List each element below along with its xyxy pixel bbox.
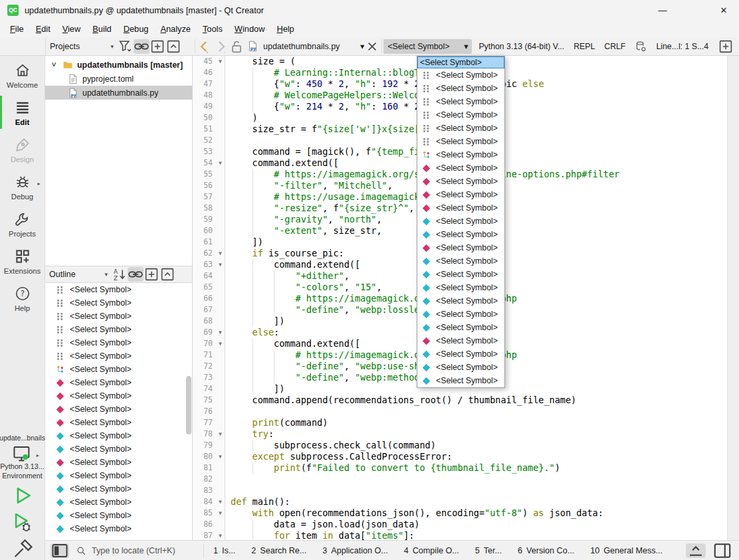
outline-item[interactable]: <Select Symbol> [45,363,192,376]
menu-edit[interactable]: Edit [30,22,56,36]
symbol-dropdown-item[interactable]: <Select Symbol> [417,268,504,281]
tree-row[interactable]: ˅updatethumbnails [master] [45,58,192,72]
tree-row[interactable]: pyproject.toml [45,72,192,86]
symbol-dropdown-item[interactable]: <Select Symbol> [417,161,504,175]
chevron-down-icon[interactable]: ˅ [49,60,58,70]
code-line[interactable]: 81 print(f"Failed to convert to {thumbna… [193,462,728,474]
split-editor-icon[interactable] [718,39,734,54]
menu-help[interactable]: Help [270,22,300,36]
toggle-right-sidebar-button[interactable] [712,543,732,558]
outline-item[interactable]: <Select Symbol> [45,296,192,310]
symbol-dropdown-item[interactable]: <Select Symbol> [417,361,504,374]
symbol-dropdown-item[interactable]: <Select Symbol> [417,82,504,95]
build-button[interactable] [11,537,34,559]
fold-marker-icon[interactable]: ▼ [216,248,225,259]
fold-marker-icon[interactable]: ▼ [216,56,225,67]
output-pane-button-6[interactable]: 6Version Co... [518,546,574,555]
menu-analyze[interactable]: Analyze [154,22,197,36]
symbol-dropdown-item[interactable]: <Select Symbol> [417,228,504,241]
symbol-dropdown-item[interactable]: <Select Symbol> [417,321,504,334]
sidebar-item-projects[interactable]: Projects [0,206,45,242]
outline-item[interactable]: <Select Symbol> [45,336,192,349]
symbol-dropdown-item[interactable]: <Select Symbol> [417,201,504,215]
symbol-dropdown-item[interactable]: <Select Symbol> [417,347,504,361]
code-line[interactable]: 79 subprocess.check_call(command) [193,440,728,451]
symbol-dropdown-item[interactable]: <Select Symbol> [417,108,504,122]
symbol-dropdown-item[interactable]: <Select Symbol> [417,68,504,82]
outline-item[interactable]: <Select Symbol> [45,310,192,323]
symbol-dropdown-item[interactable]: <Select Symbol> [417,241,504,254]
sidebar-item-welcome[interactable]: Welcome [0,57,45,93]
output-pane-button-2[interactable]: 2Search Re... [251,546,306,555]
tree-row[interactable]: pyupdatethumbnails.py [45,86,192,100]
fold-marker-icon[interactable]: ▼ [216,259,225,270]
sidebar-item-debug[interactable]: Debug▸ [0,169,45,205]
output-pane-button-4[interactable]: 4Compile O... [404,546,459,555]
minimize-button[interactable]: — [647,0,678,20]
code-line[interactable]: 76 [193,406,728,417]
output-pane-button-1[interactable]: 1Is... [213,546,235,555]
menu-window[interactable]: Window [229,22,271,36]
symbol-dropdown-item[interactable]: <Select Symbol> [417,175,504,188]
maximize-button[interactable] [678,0,708,20]
fold-marker-icon[interactable]: ▼ [216,530,225,540]
symbol-dropdown-item[interactable]: <Select Symbol> [417,254,504,268]
outline-item[interactable]: <Select Symbol> [45,522,192,535]
toggle-left-sidebar-button[interactable] [51,543,69,558]
outline-item[interactable]: <Select Symbol> [45,496,192,509]
menu-file[interactable]: File [4,22,30,36]
outline-item[interactable]: <Select Symbol> [45,416,192,429]
outline-item[interactable]: <Select Symbol> [45,283,192,296]
open-document-combo[interactable]: py updatethumbnails.py ▾ [245,41,364,52]
outline-item[interactable]: <Select Symbol> [45,509,192,522]
code-line[interactable]: 86 data = json.load(json_data) [193,519,728,530]
fold-marker-icon[interactable]: ▼ [216,508,225,519]
outline-item[interactable]: <Select Symbol> [45,469,192,482]
symbol-dropdown-item[interactable]: <Select Symbol> [417,374,504,387]
repl-button[interactable]: REPL [574,42,595,51]
symbol-dropdown-item[interactable]: <Select Symbol> [417,188,504,201]
menu-tools[interactable]: Tools [197,22,229,36]
split-panel-icon[interactable] [150,39,165,54]
debug-run-button[interactable] [11,511,34,533]
back-icon[interactable] [197,39,213,54]
menu-debug[interactable]: Debug [118,22,155,36]
sync-with-editor-icon[interactable] [134,39,150,54]
outline-item[interactable]: <Select Symbol> [45,389,192,403]
encoding-icon[interactable] [635,41,647,52]
code-line[interactable]: 83 [193,485,728,496]
code-line[interactable]: 78▼ try: [193,428,728,440]
sort-alphabetically-icon[interactable]: AZ [112,267,128,282]
collapse-panel-icon[interactable] [165,39,181,54]
code-line[interactable]: 87▼ for item in data["items"]: [193,530,728,540]
outline-item[interactable]: <Select Symbol> [45,429,192,442]
locator-input[interactable]: Type to locate (Ctrl+K) [76,545,199,556]
outline-item[interactable]: <Select Symbol> [45,323,192,336]
outline-item[interactable]: <Select Symbol> [45,456,192,469]
python-version-button[interactable]: Python 3.13 (64-bit) V... [478,42,564,51]
outline-pane-combo[interactable]: Outline ▾ [45,268,112,280]
split-panel-icon[interactable] [144,267,159,282]
outline-item[interactable]: <Select Symbol> [45,349,192,363]
projects-pane-combo[interactable]: Projects ▾ [46,41,118,52]
fold-marker-icon[interactable]: ▼ [216,338,225,349]
output-pane-button-3[interactable]: 3Application O... [322,546,387,555]
menu-build[interactable]: Build [86,22,117,36]
fold-marker-icon[interactable]: ▼ [216,327,225,338]
close-document-icon[interactable] [364,39,380,54]
code-line[interactable]: 77 print(command) [193,417,728,428]
line-ending-button[interactable]: CRLF [604,42,625,51]
sync-with-editor-icon[interactable] [128,267,144,282]
symbol-dropdown-item[interactable]: <Select Symbol> [417,294,504,308]
close-button[interactable]: ✕ [708,0,739,20]
outline-item[interactable]: <Select Symbol> [45,442,192,456]
sidebar-item-extensions[interactable]: Extensions [0,243,45,279]
output-pane-button-5[interactable]: 5Ter... [475,546,502,555]
symbol-dropdown-item[interactable]: <Select Symbol> [417,95,504,108]
filter-icon[interactable] [118,39,134,54]
code-line[interactable]: 84▼def main(): [193,496,728,508]
cursor-position-button[interactable]: Line...l: 1 S...4 [656,42,708,51]
sidebar-item-help[interactable]: ?Help [0,280,45,316]
run-button[interactable] [11,484,34,507]
fold-marker-icon[interactable]: ▼ [216,451,225,462]
